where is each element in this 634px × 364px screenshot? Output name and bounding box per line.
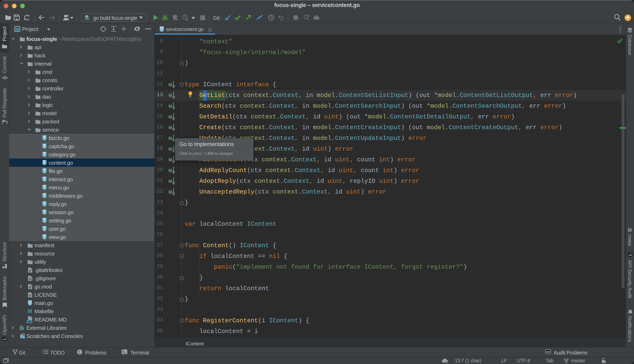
svg-text:MD: MD	[28, 320, 32, 323]
svg-text:M: M	[28, 309, 32, 314]
svg-text:M: M	[628, 228, 632, 232]
svg-text:/API: /API	[3, 338, 6, 340]
svg-text:/API: /API	[628, 254, 632, 256]
svg-text:/API: /API	[546, 351, 550, 353]
